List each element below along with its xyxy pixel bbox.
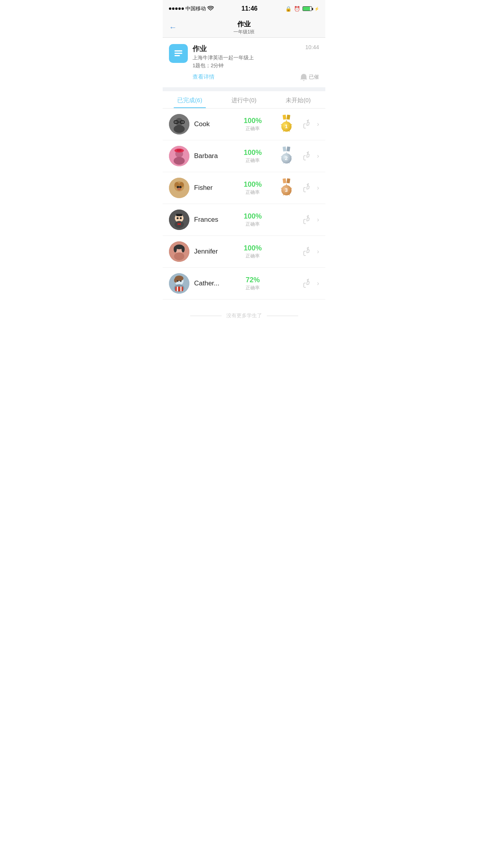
svg-rect-46 xyxy=(175,287,183,291)
divider-line-left xyxy=(190,316,222,316)
svg-point-5 xyxy=(174,125,185,133)
battery-icon xyxy=(303,6,312,11)
svg-point-35 xyxy=(174,252,184,260)
svg-point-22 xyxy=(177,188,181,191)
student-name: Fisher xyxy=(194,184,229,192)
status-bar: 中国移动 11:46 🔒 ⏰ ⚡ xyxy=(163,0,325,17)
score-label: 正确率 xyxy=(234,189,272,196)
medal-silver: 2 xyxy=(276,147,297,166)
student-name: Barbara xyxy=(194,152,229,160)
nav-title: 作业 一年级1班 xyxy=(233,20,255,35)
row-actions: › xyxy=(301,182,319,194)
student-list: Cook 100% 正确率 1 xyxy=(163,108,325,300)
score-percent: 100% xyxy=(234,212,272,221)
reminder-label: 已催 xyxy=(309,74,319,81)
chevron-right-icon[interactable]: › xyxy=(317,248,319,255)
assignment-icon xyxy=(169,44,188,63)
row-actions: › xyxy=(301,245,319,258)
svg-rect-14 xyxy=(177,149,182,151)
score-label: 正确率 xyxy=(234,125,272,132)
svg-point-12 xyxy=(174,157,185,165)
medal-bronze: 3 xyxy=(276,178,297,198)
score-label: 正确率 xyxy=(234,221,272,228)
svg-rect-0 xyxy=(174,50,182,51)
chevron-right-icon[interactable]: › xyxy=(317,153,319,160)
svg-rect-48 xyxy=(180,287,182,291)
avatar xyxy=(169,178,189,198)
thumbs-up-button[interactable] xyxy=(301,150,314,162)
student-score: 100% 正确率 xyxy=(234,180,272,196)
svg-rect-2 xyxy=(174,55,180,56)
assignment-title: 作业 xyxy=(193,44,301,53)
score-percent: 100% xyxy=(234,244,272,252)
student-score: 100% 正确率 xyxy=(234,212,272,228)
score-label: 正确率 xyxy=(234,253,272,259)
row-actions: › xyxy=(301,277,319,290)
thumbs-up-button[interactable] xyxy=(301,118,314,131)
table-row: Cook 100% 正确率 1 xyxy=(163,108,325,140)
nav-title-sub: 一年级1班 xyxy=(233,29,255,35)
svg-point-28 xyxy=(177,217,179,219)
assignment-footer: 查看详情 已催 xyxy=(169,73,319,81)
no-more-label: 没有更多学生了 xyxy=(163,300,325,332)
reminder-area: 已催 xyxy=(300,73,319,81)
medal-gold: 1 xyxy=(276,115,297,134)
status-time: 11:46 xyxy=(242,5,258,12)
score-label: 正确率 xyxy=(234,157,272,164)
thumbs-up-button[interactable] xyxy=(301,182,314,194)
view-details-link[interactable]: 查看详情 xyxy=(193,74,215,81)
row-actions: › xyxy=(301,118,319,131)
assignment-detail: 1题包；2分钟 xyxy=(193,62,301,69)
assignment-card: 作业 上海牛津英语一起一年级上 1题包；2分钟 10:44 查看详情 已催 xyxy=(163,38,325,87)
student-score: 100% 正确率 xyxy=(234,149,272,164)
score-percent: 72% xyxy=(234,276,272,284)
svg-point-32 xyxy=(178,223,180,225)
status-left: 中国移动 xyxy=(169,5,214,12)
carrier-label: 中国移动 xyxy=(185,5,206,12)
nav-bar: ← 作业 一年级1班 xyxy=(163,17,325,38)
back-button[interactable]: ← xyxy=(169,23,177,32)
svg-point-44 xyxy=(177,280,178,282)
score-label: 正确率 xyxy=(234,285,272,291)
signal-icon xyxy=(169,7,184,10)
svg-rect-1 xyxy=(174,53,182,54)
svg-point-43 xyxy=(174,278,177,283)
svg-point-38 xyxy=(182,246,185,252)
thumbs-up-button[interactable] xyxy=(301,277,314,290)
tab-notstarted[interactable]: 未开始(0) xyxy=(271,91,325,108)
alarm-icon: ⏰ xyxy=(294,6,300,12)
section-divider xyxy=(163,87,325,91)
table-row: Barbara 100% 正确率 2 xyxy=(163,140,325,172)
score-percent: 100% xyxy=(234,149,272,157)
student-score: 100% 正确率 xyxy=(234,244,272,259)
table-row: Frances 100% 正确率 › xyxy=(163,204,325,236)
thumbs-up-button[interactable] xyxy=(301,245,314,258)
charge-icon: ⚡ xyxy=(314,7,319,11)
chevron-right-icon[interactable]: › xyxy=(317,216,319,223)
row-actions: › xyxy=(301,213,319,226)
avatar xyxy=(169,146,189,166)
svg-point-37 xyxy=(174,246,177,252)
nav-title-main: 作业 xyxy=(233,20,255,29)
chevron-right-icon[interactable]: › xyxy=(317,280,319,287)
score-percent: 100% xyxy=(234,180,272,189)
assignment-time: 10:44 xyxy=(305,44,319,50)
chevron-right-icon[interactable]: › xyxy=(317,121,319,128)
chevron-right-icon[interactable]: › xyxy=(317,184,319,191)
table-row: Fisher 100% 正确率 3 xyxy=(163,172,325,204)
assignment-info: 作业 上海牛津英语一起一年级上 1题包；2分钟 xyxy=(193,44,301,69)
student-name: Jennifer xyxy=(194,248,229,256)
lock-icon: 🔒 xyxy=(285,6,292,12)
avatar xyxy=(169,114,189,134)
student-score: 100% 正确率 xyxy=(234,117,272,132)
thumbs-up-button[interactable] xyxy=(301,213,314,226)
assignment-header: 作业 上海牛津英语一起一年级上 1题包；2分钟 10:44 xyxy=(169,44,319,69)
student-score: 72% 正确率 xyxy=(234,276,272,291)
row-actions: › xyxy=(301,150,319,162)
wifi-icon xyxy=(207,6,214,12)
tab-completed[interactable]: 已完成(6) xyxy=(163,91,217,108)
tab-inprogress[interactable]: 进行中(0) xyxy=(217,91,271,108)
divider-line-right xyxy=(267,316,298,316)
table-row: Jennifer 100% 正确率 › xyxy=(163,236,325,268)
tabs-bar: 已完成(6) 进行中(0) 未开始(0) xyxy=(163,91,325,108)
